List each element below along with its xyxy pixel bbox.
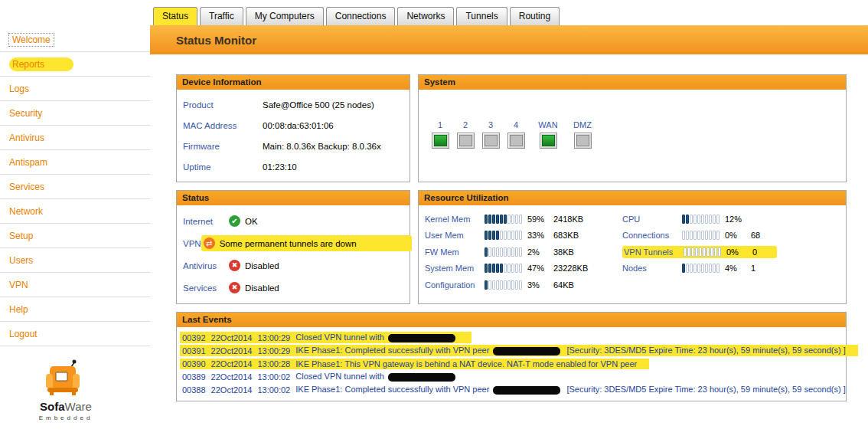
gauge-segment [511,264,514,273]
gauge-segment [496,215,499,224]
port-led-state [510,135,523,146]
resource-row-content: Nodes4%1 [622,264,755,273]
utilization-gauge [682,215,720,224]
resource-columns: Kernel Mem59%2418KBUser Mem33%683KBFW Me… [419,205,846,293]
sidebar-item-logout[interactable]: Logout [0,322,150,346]
event-time: 13:00:29 [257,346,290,355]
sidebar-item-setup[interactable]: Setup [0,224,150,248]
gauge-segment [500,280,503,290]
event-time: 13:00:02 [257,372,290,382]
gauge-segment [693,215,697,224]
check-circle-icon: ✔ [229,215,240,227]
gauge-segment [713,264,716,273]
gauge-segment [492,215,495,224]
sidebar-nav: WelcomeReportsLogsSecurityAntivirusAntis… [0,28,150,346]
port-led-state [485,135,498,146]
sidebar-item-antispam[interactable]: Antispam [0,150,150,175]
port-indicators: 1234WANDMZ [419,90,846,149]
port-led [507,133,525,149]
event-row-content: 0038822Oct201413:00:02IKE Phase1: Comple… [180,384,848,395]
sidebar-item-help[interactable]: Help [0,297,150,322]
sidebar-item-label: Welcome [9,34,54,46]
page-title: Status Monitor [176,34,256,47]
gauge-segment [695,247,698,257]
sidebar-item-welcome[interactable]: Welcome [0,28,150,52]
gauge-segment [500,247,503,257]
tab-traffic[interactable]: Traffic [200,7,243,25]
gauge-segment [519,215,522,224]
gauge-segment [713,215,716,224]
gauge-segment [699,247,702,257]
event-message: Closed VPN tunnel with [295,372,459,382]
sidebar-item-logs[interactable]: Logs [0,77,150,101]
sidebar-item-network[interactable]: Network [0,199,150,224]
resource-label: System Mem [425,264,485,273]
gauge-segment [716,215,720,224]
resource-value: 38KB [553,247,574,257]
panel-header-last-events: Last Events [177,313,846,327]
gauge-segment [492,280,495,290]
tab-routing[interactable]: Routing [510,7,560,25]
device-info-row-mac-address: MAC Address00:08:da:63:01:06 [183,115,403,136]
port-led [457,133,475,149]
status-label: Antivirus [183,261,229,270]
sidebar-item-label: Network [9,206,43,217]
utilization-gauge [682,264,720,273]
tab-my-computers[interactable]: My Computers [246,7,324,25]
gauge-segment [485,247,488,257]
resource-percent: 47% [527,264,550,273]
event-row: 0039022Oct201413:00:28IKE Phase1: This V… [180,357,846,370]
status-body: Internet✔OKVPN⇄Some permanent tunnels ar… [177,205,410,303]
status-text: Disabled [245,261,279,270]
tab-tunnels[interactable]: Tunnels [456,7,507,25]
resource-row-system-mem: System Mem47%23228KB [425,260,622,277]
panel-row-middle: Status Internet✔OKVPN⇄Some permanent tun… [176,190,868,304]
sidebar-item-antivirus[interactable]: Antivirus [0,126,150,150]
gauge-segment [511,215,514,224]
gauge-segment [507,247,511,257]
resource-row-cpu: CPU12% [622,211,777,228]
sidebar-item-vpn[interactable]: VPN [0,273,150,297]
resource-row-vpn-tunnels: VPN Tunnels0%0 [622,244,777,260]
resource-row-content: User Mem33%683KB [425,231,579,240]
status-row-vpn: VPN⇄Some permanent tunnels are down [183,232,403,254]
event-message: IKE Phase1: Completed successfully with … [295,346,846,355]
status-value: ⇄Some permanent tunnels are down [201,235,412,251]
resource-row-content: Configuration3%64KB [425,280,574,290]
resource-value: 68 [751,231,760,240]
gauge-segment [515,215,518,224]
port-led-state [434,135,447,146]
device-info-label: Product [183,100,263,110]
sidebar-item-users[interactable]: Users [0,248,150,273]
gauge-segment [709,264,712,273]
gauge-segment [515,280,518,290]
sidebar-item-services[interactable]: Services [0,175,150,199]
gauge-segment [682,231,685,240]
gauge-segment [500,215,503,224]
sidebar-item-label: Help [9,304,28,315]
event-id: 00389 [182,372,206,382]
event-row: 0039122Oct201413:00:29IKE Phase1: Comple… [180,344,846,357]
port-led-state [576,135,589,146]
resource-label: VPN Tunnels [624,247,684,257]
gauge-segment [504,215,507,224]
tab-connections[interactable]: Connections [326,7,396,25]
main-area: StatusTrafficMy ComputersConnectionsNetw… [150,0,868,439]
tab-label: Status [162,11,188,21]
sofaware-logo: SofaWare Embedded [0,359,132,421]
sidebar-item-reports[interactable]: Reports [0,52,150,77]
device-info-label: MAC Address [183,121,263,130]
event-message: Closed VPN tunnel with [295,333,459,342]
tab-status[interactable]: Status [153,7,197,25]
sidebar-item-security[interactable]: Security [0,101,150,126]
event-row-content: 0039022Oct201413:00:28IKE Phase1: This V… [180,359,649,369]
status-text: Disabled [245,283,279,293]
tab-networks[interactable]: Networks [397,7,454,25]
event-time: 13:00:29 [257,333,290,342]
gauge-segment [500,264,503,273]
port-indicator-wan: WAN [535,120,561,149]
gauge-segment [507,264,511,273]
resource-utilization-panel: Resource Utilization Kernel Mem59%2418KB… [418,190,847,304]
resource-percent: 2% [527,247,550,257]
event-row-content: 0039122Oct201413:00:29IKE Phase1: Comple… [180,345,858,356]
